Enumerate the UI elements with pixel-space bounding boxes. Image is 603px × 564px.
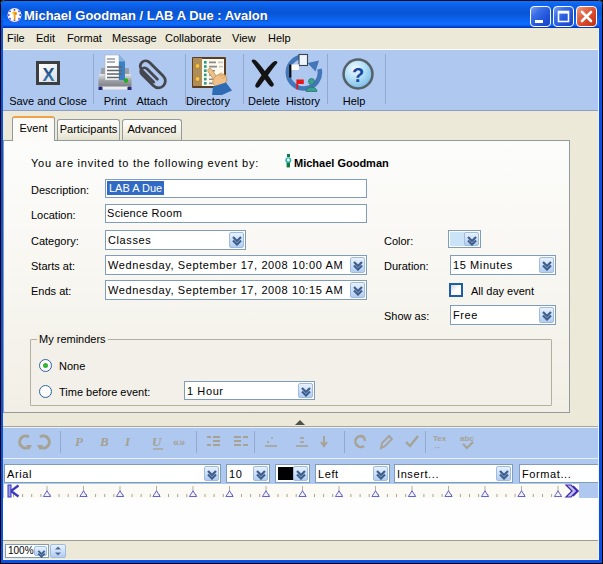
svg-text:↔: ↔ <box>433 442 441 451</box>
svg-text:?: ? <box>352 64 364 86</box>
svg-text:X: X <box>42 65 54 85</box>
svg-text:«»: «» <box>173 436 185 448</box>
